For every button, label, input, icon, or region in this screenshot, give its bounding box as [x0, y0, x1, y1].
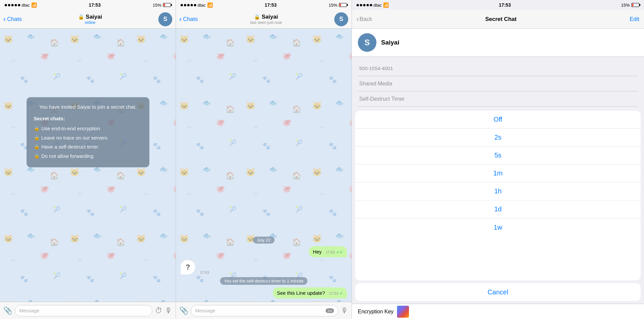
battery-icon-3	[631, 3, 639, 7]
panel-3: dtac 📶 17:53 15% ‹ Back Secret Chat Edit…	[352, 0, 644, 319]
bubble-see-text: See this Line update?	[277, 290, 325, 296]
mic-icon-1[interactable]: 🎙	[165, 306, 172, 315]
battery-pct-3: 15%	[621, 3, 630, 8]
ticks-see: ✓	[340, 291, 343, 296]
picker-option-2s[interactable]: 2s	[355, 129, 641, 147]
cancel-label: Cancel	[488, 288, 508, 296]
edit-button[interactable]: Edit	[630, 16, 639, 23]
online-status-2: last seen just now	[250, 20, 282, 25]
wifi-icon: 📶	[31, 2, 37, 8]
battery-pct-2: 15%	[329, 3, 337, 8]
back-label-2: Chats	[183, 16, 198, 23]
encryption-key-row[interactable]: Encryption Key	[352, 304, 644, 319]
timer-icon-1[interactable]: ⏱	[155, 306, 162, 315]
carrier-label: dtac	[22, 3, 30, 8]
invite-text: You have invited Saiyai to join a secret…	[34, 103, 142, 111]
bubble-see-time: 17:53	[329, 291, 338, 295]
secret-chat-title: Secret Chat	[485, 16, 517, 23]
bg-row-phone: 500-1554-4001	[358, 61, 638, 76]
status-bar-1: dtac 📶 17:53 15%	[0, 0, 176, 10]
contact-name-1: Saiyai	[86, 14, 102, 20]
picker-option-off[interactable]: Off	[355, 111, 641, 129]
status-right-3: 15%	[621, 3, 639, 8]
feature-3: 🔒 Have a self-destruct timer	[34, 143, 142, 151]
picker-option-1d[interactable]: 1d	[355, 200, 641, 218]
feature-text-4: Do not allow forwarding	[41, 152, 94, 160]
bubble-see: See this Line update? 17:53 ✓	[273, 287, 347, 298]
picker-option-1w[interactable]: 1w	[355, 218, 641, 236]
feature-text-3: Have a self-destruct timer	[41, 143, 98, 151]
mic-icon-2[interactable]: 🎙	[341, 306, 348, 315]
chat-bg-1: You have invited Saiyai to join a secret…	[0, 29, 176, 302]
bubble-hey: Hey 17:53 ✓✓	[309, 246, 347, 257]
chevron-left-icon-3: ‹	[357, 15, 359, 24]
message-placeholder-1: Message	[19, 308, 40, 313]
message-input-1[interactable]: Message	[15, 305, 152, 316]
picker-overlay: 500-1554-4001 Shared Media Self-Destruct…	[352, 57, 644, 319]
input-bar-1: 📎 Message ⏱ 🎙	[0, 302, 176, 319]
status-right-1: 15%	[153, 3, 171, 8]
lock-icon-f2: 🔒	[34, 134, 40, 141]
bubble-question: ?	[181, 260, 195, 274]
cancel-button[interactable]: Cancel	[355, 283, 641, 301]
enc-key-label: Encryption Key	[358, 309, 394, 315]
feature-1: 🔒 Use end-to-end encryption	[34, 125, 142, 133]
message-input-2[interactable]: Message 1m	[191, 305, 338, 316]
carrier-label-3: dtac	[373, 3, 382, 8]
nav-center-1: 🔒 Saiyai online	[78, 14, 102, 25]
status-left-1: dtac 📶	[5, 2, 37, 8]
features-title: Secret chats:	[34, 115, 142, 122]
status-bar-2: dtac 📶 17:53 15%	[176, 0, 352, 10]
system-msg-timer: You set the self-destruct timer to 1 min…	[220, 277, 307, 285]
input-bar-2: 📎 Message 1m 🎙	[176, 302, 352, 319]
back-button-3[interactable]: ‹ Back	[357, 15, 372, 24]
timer-badge: 1m	[326, 308, 334, 313]
time-label-3: 17:53	[499, 2, 511, 8]
status-left-2: dtac 📶	[181, 2, 213, 8]
panel-2: dtac 📶 17:53 15% ‹ Chats 🔒 Saiyai last s…	[176, 0, 352, 319]
picker-option-1m[interactable]: 1m	[355, 164, 641, 182]
back-label-1: Chats	[7, 16, 22, 23]
bg-row-shared: Shared Media	[358, 76, 638, 91]
time-label-2: 17:53	[265, 2, 277, 8]
nav-title-2: 🔒 Saiyai	[254, 14, 278, 20]
status-bar-3: dtac 📶 17:53 15%	[352, 0, 644, 10]
nav-center-2: 🔒 Saiyai last seen just now	[250, 14, 282, 25]
attach-icon-1[interactable]: 📎	[3, 306, 12, 315]
attach-icon-2[interactable]: 📎	[179, 306, 188, 315]
avatar-2[interactable]: S	[334, 12, 348, 26]
feature-text-2: Leave no trace on our servers	[41, 134, 108, 142]
contact-row[interactable]: S Saiyai	[352, 29, 644, 57]
back-button-1[interactable]: ‹ Chats	[3, 16, 22, 23]
bubble-question-time: 17:53	[200, 270, 209, 274]
picker-option-1h[interactable]: 1h	[355, 182, 641, 200]
msg-row-question: ? 17:53	[181, 260, 347, 274]
bubble-hey-text: Hey	[313, 249, 322, 255]
signal-dots	[5, 4, 20, 6]
feature-4: 🔒 Do not allow forwarding	[34, 152, 142, 160]
battery-icon-2	[339, 3, 347, 7]
status-right-2: 15%	[329, 3, 347, 8]
back-button-2[interactable]: ‹ Chats	[179, 16, 198, 23]
feature-2: 🔒 Leave no trace on our servers	[34, 134, 142, 142]
nav-bar-3: ‹ Back Secret Chat Edit	[352, 10, 644, 29]
lock-icon-f3: 🔒	[34, 143, 40, 150]
contact-avatar: S	[358, 33, 376, 52]
nav-bar-2: ‹ Chats 🔒 Saiyai last seen just now S	[176, 10, 352, 29]
signal-dots-3	[357, 4, 372, 6]
battery-pct-1: 15%	[153, 3, 161, 8]
avatar-1[interactable]: S	[158, 12, 172, 26]
bg-info-rows: 500-1554-4001 Shared Media Self-Destruct…	[352, 57, 644, 111]
back-label-3: Back	[360, 16, 372, 23]
nav-title-1: 🔒 Saiyai	[78, 14, 102, 20]
status-left-3: dtac 📶	[357, 2, 389, 8]
bubble-hey-time: 17:53	[326, 250, 335, 254]
secret-info-box: You have invited Saiyai to join a secret…	[27, 97, 149, 167]
time-label-1: 17:53	[89, 2, 101, 8]
chat-messages-2: July 22 Hey 17:53 ✓✓ ? 17:53 You set the…	[176, 233, 352, 302]
signal-dots-2	[181, 4, 196, 6]
nav-bar-1: ‹ Chats 🔒 Saiyai online S	[0, 10, 176, 29]
picker-option-5s[interactable]: 5s	[355, 147, 641, 164]
lock-icon-1: 🔒	[78, 14, 84, 20]
lock-icon-f1: 🔒	[34, 125, 40, 132]
